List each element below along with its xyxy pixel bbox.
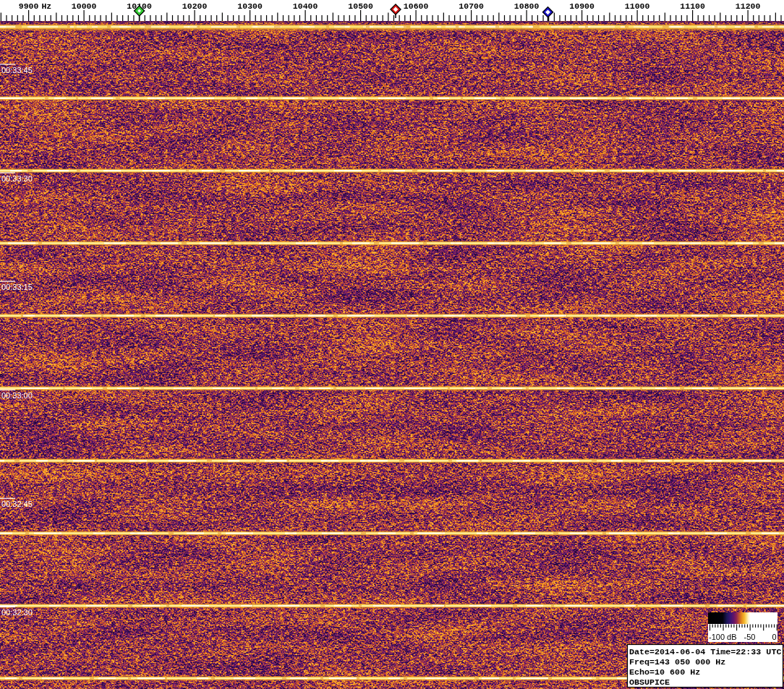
svg-text:10400: 10400 [293,1,318,11]
svg-text:Freq=143 050 000 Hz: Freq=143 050 000 Hz [629,657,725,667]
svg-text:00:32:45: 00:32:45 [1,500,33,508]
svg-text:10700: 10700 [459,1,484,11]
svg-text:Hz: Hz [41,1,51,11]
svg-text:10500: 10500 [348,1,373,11]
svg-text:00:32:30: 00:32:30 [1,608,33,617]
svg-text:9900: 9900 [19,1,39,11]
svg-text:00:33:15: 00:33:15 [1,283,33,291]
svg-text:11200: 11200 [736,1,761,11]
svg-text:00:33:00: 00:33:00 [1,391,33,400]
svg-text:-100 dB: -100 dB [709,633,737,641]
svg-text:-50: -50 [744,633,756,641]
svg-text:10600: 10600 [404,1,429,11]
svg-text:11000: 11000 [625,1,650,11]
svg-text:10200: 10200 [182,1,208,11]
svg-text:00:33:45: 00:33:45 [1,66,33,74]
svg-text:0: 0 [772,633,776,641]
svg-text:10800: 10800 [514,1,540,11]
svg-text:Echo=10 600 Hz: Echo=10 600 Hz [629,667,700,677]
svg-text:11100: 11100 [680,1,705,11]
svg-text:10900: 10900 [569,1,595,11]
svg-text:00:33:30: 00:33:30 [1,174,33,183]
svg-text:10300: 10300 [237,1,263,11]
svg-text:10000: 10000 [72,1,97,11]
svg-text:OBSUPICE: OBSUPICE [629,677,670,688]
svg-text:Date=2014-06-04 Time=22:33 UTC: Date=2014-06-04 Time=22:33 UTC [629,647,781,657]
